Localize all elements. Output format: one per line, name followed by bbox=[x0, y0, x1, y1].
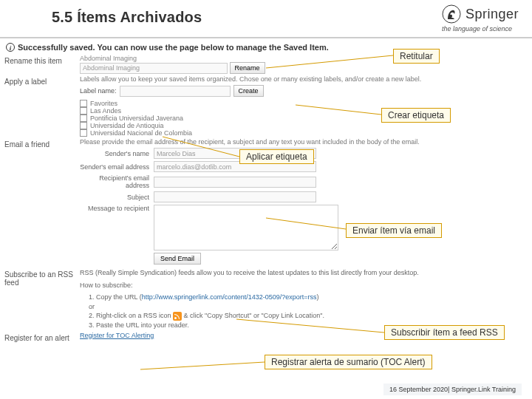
send-email-button[interactable]: Send Email bbox=[154, 253, 201, 265]
rename-button[interactable]: Rename bbox=[230, 62, 265, 74]
label-checkbox-row: Las Andes bbox=[80, 107, 528, 115]
rss-icon[interactable] bbox=[173, 312, 182, 321]
label-name-input[interactable] bbox=[120, 86, 231, 97]
recipient-email-input[interactable] bbox=[154, 177, 316, 188]
rename-input[interactable] bbox=[80, 63, 228, 74]
section-alert: Register for an alert bbox=[4, 332, 80, 342]
label-name-text: Label name: bbox=[80, 87, 117, 95]
callout-rss: Subscribir ítem a feed RSS bbox=[384, 325, 505, 340]
callout-retitular: Retitular bbox=[393, 49, 440, 64]
label-checkbox-text: Universidad de Antioquia bbox=[90, 122, 164, 129]
sender-email-label: Sender's email address bbox=[80, 163, 154, 171]
section-rss: Subscribe to an RSS feed bbox=[4, 268, 80, 287]
label-checkbox[interactable] bbox=[80, 107, 87, 115]
success-banner: iSuccessfully saved. You can now use the… bbox=[4, 40, 528, 55]
create-button[interactable]: Create bbox=[233, 85, 264, 97]
springer-logo: Springer the language of science bbox=[442, 4, 519, 33]
label-checkbox[interactable] bbox=[80, 100, 87, 107]
callout-enviar: Enviar ítem vía email bbox=[346, 223, 442, 238]
callout-crear: Crear etiqueta bbox=[381, 108, 451, 123]
callout-toc: Registrar alerta de sumario (TOC Alert) bbox=[265, 355, 432, 369]
message-textarea[interactable] bbox=[154, 205, 338, 250]
rss-howto: How to subscribe: bbox=[80, 281, 528, 290]
callout-aplicar: Aplicar etiqueta bbox=[239, 149, 314, 164]
label-checkbox-row: Universidad de Antioquia bbox=[80, 122, 528, 129]
info-icon: i bbox=[6, 43, 15, 52]
message-label: Message to recipient bbox=[80, 205, 154, 212]
subject-label: Subject bbox=[80, 194, 154, 201]
section-email: Email a friend bbox=[4, 138, 80, 149]
brand-name: Springer bbox=[466, 7, 519, 22]
section-rename: Rename this item bbox=[4, 55, 80, 65]
label-checkbox[interactable] bbox=[80, 115, 87, 122]
toc-alert-link[interactable]: Register for TOC Alerting bbox=[80, 332, 154, 339]
email-description: Please provide the email address of the … bbox=[80, 138, 528, 146]
label-checkbox[interactable] bbox=[80, 122, 87, 129]
label-checkbox-text: Pontificia Universidad Javerana bbox=[90, 115, 183, 122]
section-apply-label: Apply a label bbox=[4, 75, 80, 86]
svg-point-0 bbox=[443, 5, 460, 23]
label-checkbox-text: Las Andes bbox=[90, 107, 121, 115]
label-checkbox[interactable] bbox=[80, 129, 87, 137]
recipient-email-label: Recipient's email address bbox=[80, 174, 154, 189]
subject-input[interactable] bbox=[154, 191, 316, 202]
apply-description: Labels allow you to keep your saved item… bbox=[80, 75, 528, 83]
horse-icon bbox=[442, 4, 461, 24]
rss-url-link[interactable]: http://www.springerlink.com/content/1432… bbox=[142, 293, 317, 301]
brand-tagline: the language of science bbox=[442, 25, 519, 33]
sender-name-label: Sender's name bbox=[80, 150, 154, 157]
label-checkbox-row: Pontificia Universidad Javerana bbox=[80, 115, 528, 122]
label-checkbox-row: Favorites bbox=[80, 100, 528, 107]
label-checkbox-text: Favorites bbox=[90, 100, 117, 107]
svg-line-6 bbox=[140, 362, 265, 369]
label-checkbox-row: Universidad Nacional de Colombia bbox=[80, 129, 528, 137]
rss-intro: RSS (Really Simple Syndication) feeds al… bbox=[80, 268, 528, 278]
footer-text: 16 September 2020| Springer.Link Trainin… bbox=[383, 383, 522, 395]
label-checkbox-text: Universidad Nacional de Colombia bbox=[90, 129, 192, 137]
